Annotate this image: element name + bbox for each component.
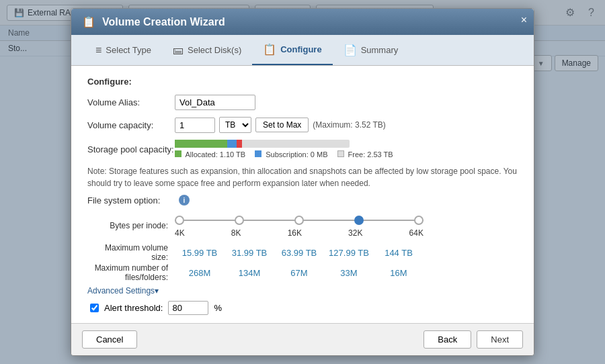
modal-title: Volume Creation Wizard xyxy=(102,16,225,28)
slider-node-0[interactable] xyxy=(175,216,184,225)
alert-label: Alert threshold: xyxy=(104,303,163,313)
back-btn[interactable]: Back xyxy=(424,330,471,349)
section-title: Configure: xyxy=(87,77,518,87)
max-volume-size-label: Maximum volume size: xyxy=(87,243,175,262)
alert-row: Alert threshold: % xyxy=(90,301,518,315)
step-select-disks-label: Select Disk(s) xyxy=(188,45,241,55)
max-size-1[interactable]: 31.99 TB xyxy=(225,248,274,258)
max-files-3[interactable]: 33M xyxy=(324,268,374,278)
bytes-per-inode-label: Bytes per inode: xyxy=(87,221,175,230)
modal: 📋 Volume Creation Wizard × ≡ Select Type… xyxy=(71,8,534,356)
fs-option-row: File system option: i xyxy=(87,195,518,206)
max-size-2[interactable]: 63.99 TB xyxy=(274,248,324,258)
unit-select[interactable]: TB GB xyxy=(219,117,251,133)
alert-input[interactable] xyxy=(168,301,208,315)
legend-free: Free: 2.53 TB xyxy=(337,150,393,158)
summary-icon: 📄 xyxy=(344,44,357,56)
warning-note: Note: Storage features such as expansion… xyxy=(87,165,518,189)
max-files-4[interactable]: 16M xyxy=(374,268,424,278)
step-summary-label: Summary xyxy=(361,45,399,55)
max-volume-size-row: Maximum volume size: 15.99 TB 31.99 TB 6… xyxy=(87,243,518,262)
inode-label-2: 16K xyxy=(288,228,302,238)
modal-close-btn[interactable]: × xyxy=(521,14,527,26)
max-size-4[interactable]: 144 TB xyxy=(374,248,424,258)
slider-node-2[interactable] xyxy=(294,216,304,225)
slider-node-4[interactable] xyxy=(414,216,424,225)
step-configure-label: Configure xyxy=(280,44,321,54)
modal-overlay: 📋 Volume Creation Wizard × ≡ Select Type… xyxy=(0,0,605,364)
storage-pool-row: Storage pool capacity: Allocated: 1.10 T… xyxy=(87,140,518,158)
modal-header: 📋 Volume Creation Wizard × xyxy=(71,9,534,35)
cancel-btn[interactable]: Cancel xyxy=(82,330,137,349)
slider-nodes xyxy=(175,216,424,225)
volume-alias-input[interactable] xyxy=(175,95,255,110)
max-files-1[interactable]: 134M xyxy=(225,268,274,278)
pool-legend: Allocated: 1.10 TB Subscription: 0 MB Fr… xyxy=(175,150,393,158)
inode-label-1: 8K xyxy=(231,228,241,238)
max-size-0[interactable]: 15.99 TB xyxy=(175,248,225,258)
alert-unit: % xyxy=(214,303,222,313)
info-icon[interactable]: i xyxy=(179,195,190,206)
bytes-per-inode-row: Bytes per inode: 4K xyxy=(87,211,518,240)
advanced-settings-toggle[interactable]: Advanced Settings▾ xyxy=(87,286,518,295)
footer-left: Cancel xyxy=(82,330,137,349)
set-max-btn[interactable]: Set to Max xyxy=(255,118,309,132)
inode-label-0: 4K xyxy=(175,228,185,238)
capacity-input[interactable] xyxy=(175,118,215,133)
configure-icon: 📋 xyxy=(263,43,276,56)
storage-pool-label: Storage pool capacity: xyxy=(87,144,175,154)
step-select-type[interactable]: ≡ Select Type xyxy=(85,36,162,64)
allocated-bar xyxy=(175,140,227,148)
modal-body: Configure: Volume Alias: Volume capacity… xyxy=(71,66,534,323)
free-dot xyxy=(337,150,344,157)
max-files-label: Maximum number of files/folders: xyxy=(87,263,175,282)
inode-label-3: 32K xyxy=(348,228,362,238)
subscription-bar xyxy=(227,140,237,148)
max-size-3[interactable]: 127.99 TB xyxy=(324,248,374,258)
capacity-controls: TB GB Set to Max (Maximum: 3.52 TB) xyxy=(175,117,386,133)
step-select-type-label: Select Type xyxy=(106,45,151,55)
volume-capacity-label: Volume capacity: xyxy=(87,120,175,130)
step-configure[interactable]: 📋 Configure xyxy=(252,35,332,65)
max-files-row: Maximum number of files/folders: 268M 13… xyxy=(87,263,518,282)
step-summary[interactable]: 📄 Summary xyxy=(333,36,409,64)
modal-footer: Cancel Back Next xyxy=(71,323,534,355)
legend-allocated: Allocated: 1.10 TB xyxy=(175,150,245,158)
wizard-icon: 📋 xyxy=(82,15,95,28)
volume-alias-label: Volume Alias: xyxy=(87,97,175,107)
alert-checkbox[interactable] xyxy=(90,304,99,312)
volume-capacity-row: Volume capacity: TB GB Set to Max (Maxim… xyxy=(87,117,518,133)
max-files-2[interactable]: 67M xyxy=(274,268,324,278)
slider-node-1[interactable] xyxy=(235,216,244,225)
slider-section: 4K 8K 16K 32K 64K xyxy=(175,211,424,238)
step-select-disks[interactable]: 🖴 Select Disk(s) xyxy=(162,36,252,64)
volume-alias-row: Volume Alias: xyxy=(87,95,518,110)
fs-label: File system option: xyxy=(87,195,175,206)
slider-track[interactable] xyxy=(175,212,424,228)
allocated-dot xyxy=(175,150,182,157)
max-text: (Maximum: 3.52 TB) xyxy=(313,120,385,130)
footer-right: Back Next xyxy=(424,330,523,349)
red-bar xyxy=(237,140,242,148)
select-type-icon: ≡ xyxy=(95,44,102,56)
slider-node-3[interactable] xyxy=(354,216,364,225)
max-files-0[interactable]: 268M xyxy=(175,268,225,278)
inode-label-4: 64K xyxy=(409,228,424,238)
pool-bar-area: Allocated: 1.10 TB Subscription: 0 MB Fr… xyxy=(175,140,393,158)
slider-labels: 4K 8K 16K 32K 64K xyxy=(175,228,424,238)
legend-subscription: Subscription: 0 MB xyxy=(255,150,327,158)
select-disks-icon: 🖴 xyxy=(173,44,184,56)
next-btn[interactable]: Next xyxy=(477,330,523,349)
subscription-dot xyxy=(255,150,261,157)
wizard-steps: ≡ Select Type 🖴 Select Disk(s) 📋 Configu… xyxy=(71,35,534,66)
pool-bar xyxy=(175,140,350,148)
advanced-settings-label: Advanced Settings▾ xyxy=(87,286,159,295)
